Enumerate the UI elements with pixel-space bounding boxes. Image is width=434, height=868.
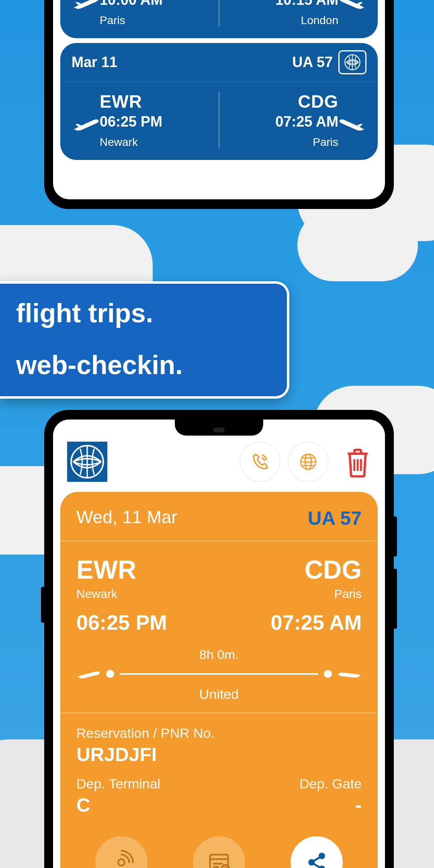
detail-arr-code: CDG [271,555,362,585]
flight-detail-card: Wed, 11 Mar UA 57 EWR Newark 06:25 PM CD… [60,492,378,868]
united-logo-icon [338,50,366,74]
dep-terminal-value: C [76,794,219,816]
plane-takeoff-icon [72,0,100,10]
delete-button[interactable] [344,446,371,478]
flight-date: Mar 11 [72,54,117,71]
flight-duration: 8h 0m. [76,647,362,662]
call-button[interactable] [240,442,280,482]
flight-card[interactable]: Mar 03 U2 2432 easyJet CDG 10:00 AM Pari… [60,0,378,38]
plane-landing-icon [338,0,366,10]
detail-date: Wed, 11 Mar [76,507,177,529]
detail-dep-time: 06:25 PM [76,610,167,635]
marketing-callout: flight trips. web-checkin. [0,281,289,399]
web-checkin-button[interactable] [193,836,245,868]
detail-arr-time: 07:25 AM [271,610,362,635]
detail-dep-code: EWR [76,555,167,585]
detail-flight-number: UA 57 [308,507,362,529]
arrival-city: Paris [313,136,338,149]
flight-card[interactable]: Mar 11 UA 57 EWR 06:25 PM Newark CDG 07:… [60,43,378,160]
dep-gate-label: Dep. Gate [219,776,362,792]
plane-landing-icon [338,116,366,132]
phone-mockup-flights-list: Mar 03 U2 2432 easyJet CDG 10:00 AM Pari… [44,0,394,209]
share-button[interactable] [291,836,343,868]
plane-takeoff-icon [72,116,100,132]
departure-code: EWR [100,92,142,112]
departure-time: 10:00 AM [100,0,163,8]
dep-terminal-label: Dep. Terminal [76,776,219,792]
detail-dep-city: Newark [76,587,167,601]
departure-city: Newark [100,136,138,149]
departure-time: 06:25 PM [100,113,162,130]
marketing-line-2: web-checkin. [16,349,271,381]
pnr-value: URJDJFI [76,743,362,766]
divider [219,0,219,27]
united-logo-icon [67,442,107,482]
radar-button[interactable] [95,836,147,868]
arrival-time: 07:25 AM [275,113,338,130]
arrival-time: 10:15 AM [275,0,338,8]
divider [219,92,219,149]
arrival-city: London [301,14,338,27]
svg-point-6 [118,859,125,866]
phone-notch [175,420,263,436]
departure-city: Paris [100,14,125,27]
arrival-code: CDG [298,92,338,112]
flight-number: UA 57 [292,54,333,71]
plane-takeoff-icon [76,667,100,681]
phone-mockup-flight-detail: www Wed, 11 Mar UA 57 EWR Newark 06:25 P… [44,410,394,868]
dep-gate-value: - [219,794,362,816]
svg-text:www: www [304,461,312,465]
flight-progress-track [76,667,362,681]
airline-name: United [76,686,362,702]
plane-landing-icon [338,667,362,681]
web-button[interactable]: www [288,442,328,482]
pnr-label: Reservation / PNR No. [76,725,362,741]
svg-point-8 [221,865,229,868]
marketing-line-1: flight trips. [16,297,271,329]
detail-arr-city: Paris [271,587,362,601]
